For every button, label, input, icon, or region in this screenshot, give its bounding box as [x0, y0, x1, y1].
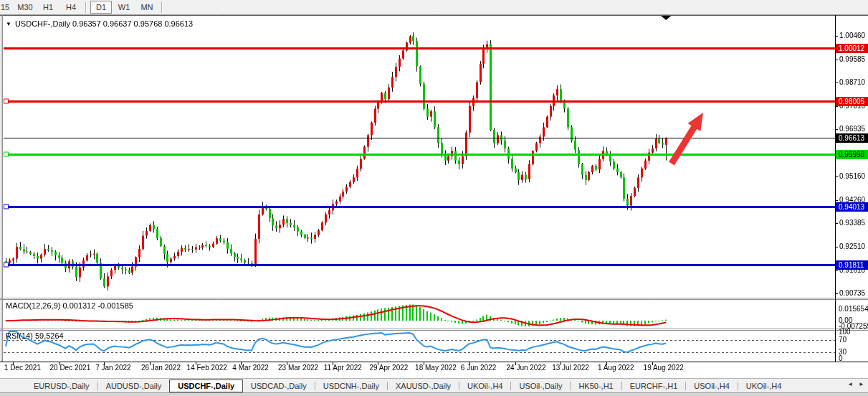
date-tick-label: 18 May 2022 — [415, 364, 457, 372]
date-tick-label: 14 Feb 2022 — [187, 364, 227, 372]
price-tick-label: 0.96935 — [839, 125, 868, 133]
macd-indicator-label: MACD(12,26,9) 0.001312 -0.001585 — [6, 301, 133, 310]
chart-tab-bar: EURUSD-,DailyAUDUSD-,DailyUSDCHF-,DailyU… — [0, 378, 868, 392]
chart-title: ▼USDCHF-,Daily 0.96357 0.96637 0.95768 0… — [6, 19, 193, 28]
price-badge-0.96613: 0.96613 — [836, 133, 868, 143]
rsi-indicator-label: RSI(14) 59,5264 — [6, 331, 64, 340]
tab-hk50h1[interactable]: HK50-,H1 — [571, 380, 621, 392]
tab-scroll-arrows: ◄ ► — [847, 381, 864, 387]
price-badge-0.91811: 0.91811 — [836, 260, 868, 270]
chart-ohlc-values: 0.96357 0.96637 0.95768 0.96613 — [72, 19, 193, 28]
price-tick-label: 0.90735 — [839, 289, 868, 297]
date-tick-label: 19 Aug 2022 — [644, 364, 684, 372]
tab-usdchfdaily[interactable]: USDCHF-,Daily — [169, 380, 243, 392]
date-tick-label: 7 Jan 2022 — [95, 364, 131, 372]
tab-ukoilh4[interactable]: UKOil-,H4 — [459, 380, 511, 392]
timeframe-toolbar: 15M30H1H4D1W1MN — [0, 0, 868, 15]
chart-dropdown-icon[interactable]: ▼ — [6, 21, 11, 27]
date-tick-label: 4 Mar 2022 — [232, 364, 269, 372]
tab-audusddaily[interactable]: AUDUSD-,Daily — [98, 380, 170, 392]
price-tick-label: 0.95160 — [839, 172, 868, 180]
price-tick-label: 0.93385 — [839, 219, 868, 227]
tab-usoilh4[interactable]: USOil-,H4 — [686, 380, 738, 392]
date-tick-label: 1 Dec 2021 — [4, 364, 41, 372]
date-tick-label: 23 Mar 2022 — [278, 364, 318, 372]
tab-eurchfh1[interactable]: EURCHF-,H1 — [622, 380, 686, 392]
mt4-terminal: { "toolbar": { "buttons": ["15", "M30", … — [0, 0, 868, 396]
timeframe-button-h1[interactable]: H1 — [37, 1, 59, 14]
timeframe-button-h4[interactable]: H4 — [60, 1, 82, 14]
toolbar-separator — [161, 2, 163, 13]
indicator-axis-label: 0.015654 — [839, 305, 868, 313]
status-bar — [0, 392, 868, 396]
indicator-axis-label: 70 — [839, 336, 868, 344]
price-badge-1.00012: 1.00012 — [836, 44, 868, 53]
price-chart-canvas[interactable] — [0, 15, 868, 378]
timeframe-button-d1[interactable]: D1 — [90, 1, 112, 14]
date-tick-label: 20 Dec 2021 — [50, 364, 91, 372]
tab-xauusddaily[interactable]: XAUUSD-,Daily — [388, 380, 459, 392]
timeframe-button-w1[interactable]: W1 — [113, 1, 135, 14]
date-tick-label: 29 Apr 2022 — [369, 364, 408, 372]
tab-ukoilh4[interactable]: UKOil-,H4 — [738, 380, 790, 392]
tab-usdcaddaily[interactable]: USDCAD-,Daily — [243, 380, 315, 392]
price-badge-0.94013: 0.94013 — [836, 202, 868, 212]
timeframe-button-15[interactable]: 15 — [0, 1, 13, 14]
price-badge-0.98005: 0.98005 — [836, 97, 868, 106]
timeframe-button-mn[interactable]: MN — [136, 1, 158, 14]
date-tick-label: 6 Jun 2022 — [461, 364, 497, 372]
toolbar-separator — [85, 2, 87, 13]
tab-scroll-left-icon[interactable]: ◄ — [847, 381, 853, 387]
price-tick-label: 0.98710 — [839, 78, 868, 86]
tab-scroll-right-icon[interactable]: ► — [859, 381, 864, 387]
timeframe-button-m30[interactable]: M30 — [14, 1, 36, 14]
date-tick-label: 13 Jul 2022 — [552, 364, 589, 372]
price-tick-label: 0.99585 — [839, 55, 868, 63]
price-tick-label: 1.00460 — [839, 32, 868, 39]
date-tick-label: 26 Jan 2022 — [141, 364, 181, 372]
date-tick-label: 11 Apr 2022 — [324, 364, 362, 372]
indicator-axis-label: 0 — [839, 354, 868, 362]
date-tick-label: 24 Jun 2022 — [507, 364, 546, 372]
chart-window: ▼USDCHF-,Daily 0.96357 0.96637 0.95768 0… — [0, 15, 868, 378]
tab-usoildaily[interactable]: USOil-,Daily — [511, 380, 570, 392]
price-tick-label: 0.92510 — [839, 242, 868, 250]
price-badge-0.95998: 0.95998 — [836, 150, 868, 159]
chart-symbol-label: USDCHF-,Daily — [15, 19, 70, 28]
indicator-axis-label: 100 — [839, 328, 868, 336]
date-tick-label: 1 Aug 2022 — [598, 364, 634, 372]
tab-usdcnhdaily[interactable]: USDCNH-,Daily — [315, 380, 387, 392]
tab-eurusddaily[interactable]: EURUSD-,Daily — [26, 380, 97, 392]
